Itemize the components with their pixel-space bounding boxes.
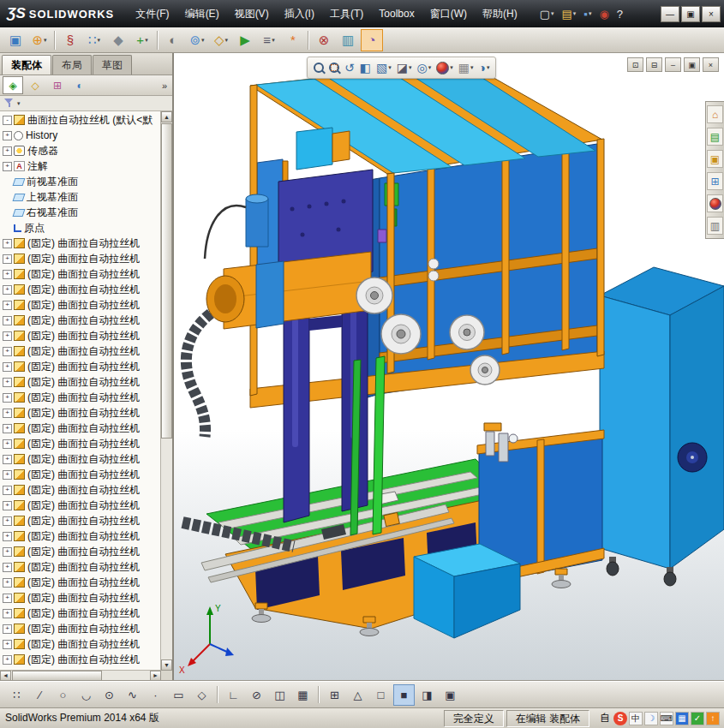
- viewport-minimize-button[interactable]: –: [665, 57, 681, 72]
- viewport-pin-button[interactable]: ⊡: [627, 57, 643, 72]
- tree-expander-icon[interactable]: +: [3, 378, 12, 387]
- assembly-features-button[interactable]: ⊚▾: [186, 29, 208, 51]
- tree-item[interactable]: +(固定) 曲面拉自动拉丝机: [0, 421, 161, 436]
- trim-tool-button[interactable]: ⊘: [246, 684, 267, 706]
- tree-expander-icon[interactable]: +: [3, 316, 12, 325]
- filter-bar[interactable]: ▾: [0, 96, 172, 111]
- mate-button[interactable]: §: [59, 29, 81, 51]
- restore-button[interactable]: ▣: [681, 6, 700, 22]
- menu-item[interactable]: 工具(T): [322, 0, 371, 27]
- tree-item[interactable]: +(固定) 曲面拉自动拉丝机: [0, 390, 161, 405]
- tree-item[interactable]: +(固定) 曲面拉自动拉丝机: [0, 528, 161, 544]
- bom-button[interactable]: ≡▾: [258, 29, 280, 51]
- tree-expander-icon[interactable]: +: [3, 455, 12, 464]
- rectangle-tool-button[interactable]: ▭: [168, 684, 189, 706]
- tree-item[interactable]: +(固定) 曲面拉自动拉丝机: [0, 482, 161, 498]
- tree-item[interactable]: 右视基准面: [0, 205, 161, 220]
- tree-expander-icon[interactable]: +: [3, 532, 12, 541]
- interference-detection-button[interactable]: ⊗: [313, 29, 335, 51]
- tree-item[interactable]: +A注解: [0, 158, 161, 174]
- tree-item[interactable]: 前视基准面: [0, 174, 161, 189]
- tree-item[interactable]: +(固定) 曲面拉自动拉丝机: [0, 498, 161, 513]
- machine-3d-model[interactable]: Y X: [174, 53, 724, 681]
- polygon-tool-button[interactable]: ◇: [191, 684, 212, 706]
- view-settings-button[interactable]: ◑▾: [476, 60, 492, 75]
- tree-expander-icon[interactable]: +: [3, 254, 12, 264]
- tree-expander-icon[interactable]: +: [3, 594, 12, 603]
- tray-safety-icon[interactable]: ✓: [691, 712, 704, 725]
- display-style-button[interactable]: ◪▾: [394, 60, 415, 75]
- menu-item[interactable]: 窗口(W): [422, 0, 475, 27]
- tree-expander-icon[interactable]: +: [3, 470, 12, 480]
- section-toggle-button[interactable]: ◨: [416, 684, 438, 706]
- tree-item[interactable]: +(固定) 曲面拉自动拉丝机: [0, 606, 161, 621]
- quick-snaps-button[interactable]: ∷: [6, 684, 27, 706]
- tree-item[interactable]: +(固定) 曲面拉自动拉丝机: [0, 251, 161, 266]
- tree-item[interactable]: +(固定) 曲面拉自动拉丝机: [0, 436, 161, 451]
- edit-appearance-button[interactable]: ▾: [434, 61, 456, 75]
- close-button[interactable]: ×: [702, 6, 721, 22]
- tree-expander-icon[interactable]: +: [3, 285, 12, 295]
- tree-item[interactable]: +(固定) 曲面拉自动拉丝机: [0, 544, 161, 559]
- move-component-button[interactable]: +▾: [131, 29, 153, 51]
- configurationmanager-tab-button[interactable]: ⊞: [47, 76, 68, 94]
- tree-expander-icon[interactable]: +: [3, 439, 12, 449]
- tree-expander-icon[interactable]: +: [3, 393, 12, 403]
- menu-item[interactable]: 视图(V): [227, 0, 277, 27]
- scroll-up-icon[interactable]: ▲: [161, 111, 172, 122]
- scroll-right-icon[interactable]: ►: [150, 671, 161, 681]
- scrollbar-thumb[interactable]: [12, 671, 102, 681]
- insert-component-button[interactable]: ⊕▾: [28, 29, 51, 51]
- tree-item[interactable]: +(固定) 曲面拉自动拉丝机: [0, 467, 161, 482]
- tray-display-icon[interactable]: ▦: [675, 712, 689, 725]
- viewport-split-button[interactable]: ⊟: [646, 57, 662, 72]
- scroll-left-icon[interactable]: ◄: [0, 671, 11, 681]
- tree-expander-icon[interactable]: +: [3, 131, 12, 140]
- menu-item[interactable]: 文件(F): [128, 0, 177, 27]
- tree-item[interactable]: +(固定) 曲面拉自动拉丝机: [0, 343, 161, 359]
- tree-item[interactable]: 上视基准面: [0, 189, 161, 205]
- tree-expander-icon[interactable]: +: [3, 270, 12, 279]
- help-button[interactable]: ?: [614, 6, 625, 22]
- tree-expander-icon[interactable]: +: [3, 424, 12, 433]
- zoom-fit-button[interactable]: [311, 62, 326, 74]
- viewport-restore-button[interactable]: ▣: [684, 57, 700, 72]
- save-document-button[interactable]: ▪▾: [581, 6, 594, 22]
- tree-expander-icon[interactable]: +: [3, 501, 12, 510]
- tree-expander-icon[interactable]: +: [3, 609, 12, 618]
- tree-expander-icon[interactable]: +: [3, 624, 12, 634]
- tree-item[interactable]: +(固定) 曲面拉自动拉丝机: [0, 652, 161, 667]
- section-view-button[interactable]: ◧: [357, 60, 374, 75]
- tree-item[interactable]: +(固定) 曲面拉自动拉丝机: [0, 282, 161, 297]
- performance-evaluation-button[interactable]: ◔: [361, 29, 383, 51]
- tree-item[interactable]: +(固定) 曲面拉自动拉丝机: [0, 559, 161, 575]
- tree-item[interactable]: +(固定) 曲面拉自动拉丝机: [0, 405, 161, 421]
- tree-expander-icon[interactable]: -: [3, 116, 12, 125]
- featuremanager-tab-button[interactable]: ◈: [3, 76, 23, 94]
- displaymanager-tab-button[interactable]: ◐: [69, 76, 90, 94]
- grid-toggle-button[interactable]: ⊞: [324, 684, 345, 706]
- shaded-view-button[interactable]: ■: [393, 684, 415, 706]
- pane-tabs-overflow-icon[interactable]: »: [162, 81, 167, 91]
- tree-horizontal-scrollbar[interactable]: ◄ ►: [0, 670, 161, 681]
- menu-item[interactable]: 编辑(E): [177, 0, 227, 27]
- fillet-tool-button[interactable]: ∟: [223, 684, 244, 706]
- tree-expander-icon[interactable]: +: [3, 516, 12, 526]
- previous-view-button[interactable]: ↺: [342, 60, 357, 75]
- tree-item[interactable]: +(固定) 曲面拉自动拉丝机: [0, 621, 161, 636]
- tree-expander-icon[interactable]: +: [3, 486, 12, 495]
- tree-item[interactable]: +(固定) 曲面拉自动拉丝机: [0, 636, 161, 652]
- tree-expander-icon[interactable]: +: [3, 347, 12, 356]
- wireframe-view-button[interactable]: □: [370, 684, 392, 706]
- file-explorer-tab-button[interactable]: ▣: [707, 150, 723, 168]
- mirror-tool-button[interactable]: ◫: [269, 684, 290, 706]
- spline-tool-button[interactable]: ∿: [122, 684, 143, 706]
- appearances-tab-button[interactable]: [707, 194, 723, 212]
- tree-item[interactable]: +(固定) 曲面拉自动拉丝机: [0, 266, 161, 282]
- tree-expander-icon[interactable]: +: [3, 146, 12, 156]
- options-button[interactable]: ◉: [596, 6, 611, 22]
- menu-item[interactable]: 帮助(H): [475, 0, 525, 27]
- view-orientation-button[interactable]: ▧▾: [374, 60, 394, 75]
- graphics-area[interactable]: Y X ↺◧▧▾◪▾◎▾▾▦▾◑▾ ⊡⊟–▣× ⌂▤▣⊞▥: [174, 53, 724, 681]
- tree-vertical-scrollbar[interactable]: ▲ ▼: [160, 111, 172, 671]
